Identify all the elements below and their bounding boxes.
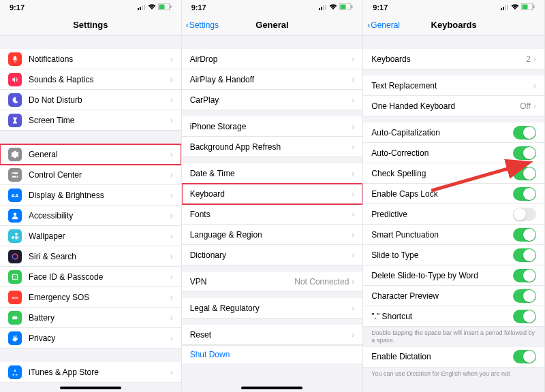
dictation-footer: You can use Dictation for English when y…: [363, 368, 544, 380]
back-button[interactable]: ‹Settings: [186, 20, 219, 30]
settings-row[interactable]: Sounds & Haptics›: [0, 69, 181, 90]
settings-row[interactable]: Notifications›: [0, 49, 181, 69]
battery-icon: [8, 311, 22, 325]
chevron-right-icon: ›: [533, 54, 536, 64]
settings-row[interactable]: AirPlay & Handoff›: [182, 69, 363, 90]
settings-row[interactable]: Battery›: [0, 308, 181, 328]
settings-row[interactable]: Predictive: [363, 204, 544, 225]
shut-down-button[interactable]: Shut Down: [182, 345, 363, 363]
svg-point-10: [16, 176, 18, 177]
settings-row[interactable]: Face ID & Passcode›: [0, 267, 181, 287]
svg-rect-34: [503, 7, 504, 10]
toggle-switch[interactable]: [513, 208, 536, 221]
svg-rect-9: [12, 176, 18, 177]
home-indicator[interactable]: [241, 387, 302, 389]
svg-rect-3: [144, 5, 145, 10]
settings-row[interactable]: Slide to Type: [363, 245, 544, 265]
settings-row[interactable]: Legal & Regulatory›: [182, 298, 363, 318]
nav-bar: ‹Settings General: [182, 15, 363, 35]
settings-row[interactable]: CarPlay›: [182, 90, 363, 110]
settings-row[interactable]: Accessibility›: [0, 206, 181, 226]
settings-row[interactable]: Check Spelling: [363, 163, 544, 184]
settings-row[interactable]: Smart Punctuation: [363, 225, 544, 245]
toggle-switch[interactable]: [513, 146, 536, 160]
settings-row[interactable]: Auto-Correction: [363, 143, 544, 163]
settings-row[interactable]: AADisplay & Brightness›: [0, 185, 181, 206]
settings-row[interactable]: Keyboard›: [182, 184, 363, 204]
settings-row[interactable]: General›: [0, 144, 181, 165]
settings-row[interactable]: Auto-Capitalization: [363, 122, 544, 143]
chevron-right-icon: ›: [170, 293, 173, 302]
status-time: 9:17: [191, 3, 206, 12]
toggle-switch[interactable]: [513, 350, 536, 363]
row-label: Auto-Correction: [371, 148, 513, 158]
settings-row[interactable]: AirDrop›: [182, 49, 363, 69]
chevron-right-icon: ›: [170, 272, 173, 282]
row-label: Battery: [29, 313, 170, 323]
settings-row[interactable]: Wallpaper›: [0, 226, 181, 246]
settings-row[interactable]: Character Preview: [363, 286, 544, 306]
settings-row[interactable]: Enable Caps Lock: [363, 184, 544, 204]
hourglass-icon: [8, 114, 22, 127]
settings-row[interactable]: iTunes & App Store›: [0, 362, 181, 382]
svg-rect-33: [501, 8, 502, 10]
back-button[interactable]: ‹General: [367, 20, 400, 30]
row-label: Delete Slide-to-Type by Word: [371, 271, 513, 280]
page-title: Keyboards: [431, 20, 477, 30]
cellular-icon: [501, 3, 509, 12]
toggle-switch[interactable]: [513, 248, 536, 262]
toggle-switch[interactable]: [513, 228, 536, 242]
settings-row[interactable]: One Handed KeyboardOff›: [363, 96, 544, 116]
row-label: One Handed Keyboard: [371, 101, 520, 111]
battery-icon: [339, 3, 353, 12]
settings-row[interactable]: Siri & Search›: [0, 246, 181, 267]
settings-row[interactable]: VPNNot Connected›: [182, 272, 363, 292]
row-label: Keyboards: [371, 54, 526, 64]
settings-list: Notifications›Sounds & Haptics›Do Not Di…: [0, 35, 181, 382]
toggle-switch[interactable]: [513, 269, 536, 282]
toggle-switch[interactable]: [513, 167, 536, 180]
settings-row[interactable]: Reset›: [182, 325, 363, 345]
row-label: iTunes & App Store: [29, 368, 170, 377]
settings-row[interactable]: Text Replacement›: [363, 76, 544, 96]
row-label: Keyboard: [190, 189, 352, 199]
settings-row[interactable]: "." Shortcut: [363, 306, 544, 327]
chevron-right-icon: ›: [352, 210, 354, 219]
settings-row[interactable]: Delete Slide-to-Type by Word: [363, 265, 544, 286]
keyboards-screen: 9:17 ‹General Keyboards Keyboards2› Text…: [363, 0, 545, 392]
toggle-switch[interactable]: [513, 289, 536, 303]
settings-row[interactable]: Date & Time›: [182, 163, 363, 184]
settings-row[interactable]: Keyboards2›: [363, 49, 544, 69]
chevron-right-icon: ›: [170, 313, 173, 323]
chevron-right-icon: ›: [170, 368, 173, 377]
chevron-right-icon: ›: [170, 95, 173, 105]
home-indicator[interactable]: [60, 387, 121, 389]
chevron-left-icon: ‹: [186, 20, 189, 30]
settings-row[interactable]: Privacy›: [0, 328, 181, 348]
settings-row[interactable]: Do Not Disturb›: [0, 90, 181, 110]
flower-icon: [8, 229, 22, 243]
toggle-switch[interactable]: [513, 310, 536, 323]
settings-row[interactable]: Language & Region›: [182, 225, 363, 245]
status-bar: 9:17: [0, 0, 181, 15]
chevron-right-icon: ›: [170, 231, 173, 241]
settings-row[interactable]: Fonts›: [182, 204, 363, 225]
row-label: Slide to Type: [371, 250, 513, 260]
settings-row[interactable]: Background App Refresh›: [182, 137, 363, 157]
row-label: General: [29, 150, 170, 159]
settings-row[interactable]: Dictionary›: [182, 245, 363, 265]
aa-icon: AA: [8, 189, 22, 202]
toggle-switch[interactable]: [513, 126, 536, 140]
row-value: 2: [526, 54, 531, 64]
settings-row[interactable]: Screen Time›: [0, 110, 181, 131]
svg-rect-39: [533, 5, 535, 8]
row-label: "." Shortcut: [371, 312, 513, 321]
settings-row[interactable]: iPhone Storage›: [182, 116, 363, 137]
chevron-right-icon: ›: [352, 330, 354, 340]
toggle-switch[interactable]: [513, 187, 536, 201]
page-title: General: [255, 20, 288, 30]
settings-row[interactable]: SOSEmergency SOS›: [0, 287, 181, 308]
settings-row[interactable]: Enable Dictation: [363, 347, 544, 368]
settings-row[interactable]: Control Center›: [0, 165, 181, 185]
face-icon: [8, 270, 22, 284]
